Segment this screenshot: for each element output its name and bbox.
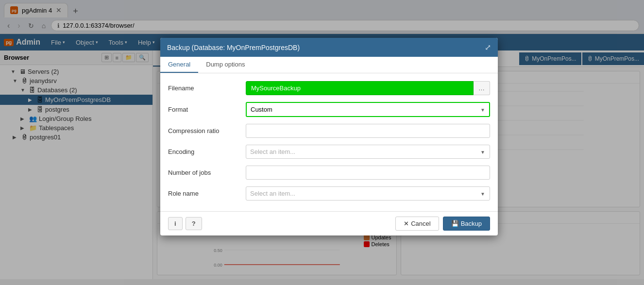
- footer-left-buttons: i ?: [168, 217, 202, 230]
- filename-value: MySourceBackup: [246, 81, 474, 95]
- jobs-label: Number of jobs: [168, 169, 246, 176]
- jobs-control: [246, 166, 490, 180]
- encoding-label: Encoding: [168, 148, 246, 155]
- modal-tabs: General Dump options: [160, 57, 498, 73]
- role-label: Role name: [168, 190, 246, 197]
- modal-body: Filename MySourceBackup … Format Custom …: [160, 73, 498, 211]
- format-label: Format: [168, 106, 246, 113]
- filename-browse-button[interactable]: …: [474, 81, 490, 95]
- filename-row: Filename MySourceBackup …: [168, 81, 490, 95]
- jobs-input[interactable]: [246, 166, 490, 180]
- backup-label: Backup: [461, 220, 482, 227]
- modal-close-button[interactable]: ⤢: [485, 43, 491, 52]
- filename-label: Filename: [168, 84, 246, 92]
- footer-right-buttons: ✕ Cancel 💾 Backup: [395, 217, 490, 231]
- backup-icon: 💾: [451, 220, 459, 227]
- info-button[interactable]: i: [168, 217, 183, 230]
- format-row: Format Custom Directory Plain Tar ▼: [168, 102, 490, 117]
- compression-row: Compression ratio: [168, 124, 490, 138]
- modal-title: Backup (Database: MyOnPremPostgresDB): [167, 44, 300, 51]
- modal-overlay: Backup (Database: MyOnPremPostgresDB) ⤢ …: [0, 0, 644, 279]
- compression-input[interactable]: [246, 124, 490, 138]
- encoding-row: Encoding Select an item... ▼: [168, 145, 490, 159]
- modal-tab-general[interactable]: General: [160, 57, 198, 73]
- help-button[interactable]: ?: [186, 217, 202, 230]
- role-select[interactable]: Select an item...: [246, 186, 490, 201]
- cancel-icon: ✕: [404, 220, 409, 227]
- cancel-button[interactable]: ✕ Cancel: [395, 217, 439, 231]
- format-select[interactable]: Custom Directory Plain Tar: [246, 102, 490, 117]
- encoding-select[interactable]: Select an item...: [246, 145, 490, 159]
- compression-label: Compression ratio: [168, 127, 246, 134]
- backup-modal: Backup (Database: MyOnPremPostgresDB) ⤢ …: [160, 38, 498, 235]
- backup-button[interactable]: 💾 Backup: [443, 217, 490, 231]
- role-control: Select an item... ▼: [246, 186, 490, 201]
- jobs-row: Number of jobs: [168, 166, 490, 180]
- role-row: Role name Select an item... ▼: [168, 186, 490, 201]
- cancel-label: Cancel: [411, 220, 430, 227]
- format-control: Custom Directory Plain Tar ▼: [246, 102, 490, 117]
- modal-tab-dump[interactable]: Dump options: [198, 57, 253, 73]
- modal-footer: i ? ✕ Cancel 💾 Backup: [160, 211, 498, 235]
- modal-header: Backup (Database: MyOnPremPostgresDB) ⤢: [160, 38, 498, 57]
- filename-control: MySourceBackup …: [246, 81, 490, 95]
- compression-control: [246, 124, 490, 138]
- encoding-control: Select an item... ▼: [246, 145, 490, 159]
